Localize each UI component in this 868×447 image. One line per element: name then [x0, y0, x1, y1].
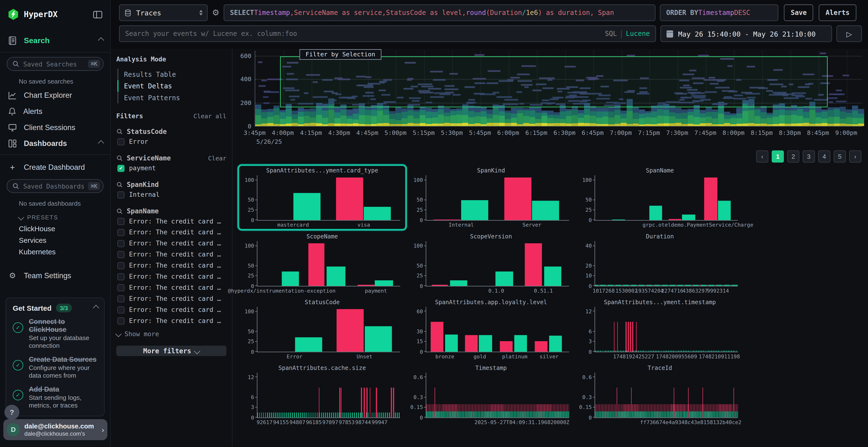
- collapse-sidebar-icon[interactable]: [93, 10, 102, 18]
- query-settings-gear-icon[interactable]: ⚙: [212, 8, 219, 18]
- analysis-mode-option[interactable]: Results Table: [116, 69, 226, 80]
- mini-chart[interactable]: SpanAttributes...yment.timestamp03612174…: [577, 298, 743, 360]
- tick-mark: [424, 417, 426, 417]
- search-input[interactable]: Search your events w/ Lucene ex. column:…: [119, 26, 656, 42]
- checkbox[interactable]: [117, 240, 125, 247]
- mini-chart[interactable]: SpanName02550100grpc.oteldemo.PaymentSer…: [577, 166, 743, 229]
- sidebar-item-chart-explorer[interactable]: Chart Explorer: [0, 90, 110, 101]
- heatmap-selection-region[interactable]: [280, 57, 828, 107]
- tick-mark: [593, 311, 595, 311]
- checkbox[interactable]: [117, 284, 125, 291]
- mini-chart[interactable]: Timestamp00.150.30.62025-05-27T04:09:31.…: [408, 363, 574, 426]
- checkbox[interactable]: [117, 217, 125, 225]
- spike: [636, 321, 637, 352]
- mini-chart[interactable]: TraceId00.150.30.6ff736674e4a9348c43e815…: [577, 363, 743, 426]
- heatmap-column: [456, 108, 462, 126]
- clear-all-button[interactable]: Clear all: [193, 112, 226, 120]
- sidebar-item-dashboards[interactable]: Dashboards: [0, 138, 110, 149]
- mini-chart[interactable]: ScopeVersion025501000.1.00.51.1: [408, 232, 574, 295]
- checkbox[interactable]: [117, 317, 125, 324]
- mini-chart[interactable]: SpanAttributes...yment.card_type02550100…: [239, 166, 405, 229]
- filter-group-clear-button[interactable]: Clear: [208, 154, 226, 162]
- events-heatmap[interactable]: Filter by Selection: [255, 51, 862, 127]
- filter-option[interactable]: Internal: [116, 190, 226, 199]
- pagination-prev-button[interactable]: ‹: [756, 150, 768, 163]
- checkbox[interactable]: [117, 262, 125, 269]
- heatmap-xtick-label: 7:15pm: [638, 129, 660, 137]
- pagination-page-button[interactable]: 4: [818, 150, 830, 163]
- mini-chart[interactable]: StatusCode02550100ErrorUnset: [239, 298, 405, 360]
- filter-option[interactable]: Error: [116, 137, 226, 146]
- sidebar-item-search[interactable]: Search: [0, 34, 110, 46]
- checkbox[interactable]: [117, 138, 125, 145]
- pagination-next-button[interactable]: ›: [849, 150, 862, 163]
- sql-orderby-input[interactable]: ORDER BY Timestamp DESC: [660, 4, 779, 21]
- alerts-button[interactable]: Alerts: [819, 4, 856, 21]
- tick-mark: [593, 199, 595, 200]
- preset-item-kubernetes[interactable]: Kubernetes: [19, 248, 110, 255]
- user-menu[interactable]: D dale@clickhouse.com dale@clickhouse.co…: [3, 419, 107, 440]
- checkbox[interactable]: [117, 191, 125, 198]
- checkbox[interactable]: [117, 306, 125, 313]
- saved-dashboards-input[interactable]: Saved Dashboards ⌘K: [7, 179, 104, 193]
- pagination-page-button[interactable]: 2: [787, 150, 800, 163]
- save-button[interactable]: Save: [784, 4, 813, 21]
- date-range-picker[interactable]: May 26 15:40:00 - May 26 21:10:00: [660, 26, 832, 42]
- tick-mark: [255, 341, 257, 342]
- presets-toggle[interactable]: PRESETS: [19, 214, 110, 221]
- filter-option[interactable]: Error: The credit card …: [116, 282, 226, 293]
- get-started-item[interactable]: ✓Connect to ClickHouseSet up your databa…: [13, 318, 97, 350]
- mini-chart[interactable]: ScopeName02550100@hyperdx/instrumentatio…: [239, 232, 405, 295]
- mini-chart[interactable]: Duration01020401017268153000219357420422…: [577, 232, 743, 295]
- heatmap-cell: [836, 90, 842, 91]
- filter-option[interactable]: Error: The credit card …: [116, 227, 226, 237]
- create-dashboard-button[interactable]: + Create Dashboard: [0, 161, 110, 172]
- mini-ytick-label: 25: [585, 207, 592, 213]
- sidebar-item-client-sessions[interactable]: Client Sessions: [0, 122, 110, 133]
- filter-option[interactable]: Error: The credit card …: [116, 316, 226, 325]
- pagination-page-button[interactable]: 1: [772, 150, 784, 163]
- filter-option[interactable]: Error: The credit card …: [116, 238, 226, 248]
- show-more-button[interactable]: Show more: [116, 330, 226, 338]
- preset-item-services[interactable]: Services: [19, 236, 110, 244]
- analysis-mode-option[interactable]: Event Patterns: [116, 92, 226, 103]
- run-query-button[interactable]: ▷: [836, 26, 862, 42]
- sidebar-item-alerts[interactable]: Alerts: [0, 106, 110, 117]
- filter-option[interactable]: Error: The credit card …: [116, 260, 226, 270]
- filter-option[interactable]: Error: The credit card …: [116, 216, 226, 226]
- lang-toggle-lucene[interactable]: Lucene: [626, 30, 650, 38]
- source-select[interactable]: Traces: [119, 4, 208, 21]
- sidebar-item-team-settings[interactable]: ⚙ Team Settings: [0, 270, 110, 281]
- help-button[interactable]: ?: [4, 405, 19, 420]
- checkbox[interactable]: [117, 273, 125, 280]
- analysis-mode-option[interactable]: Event Deltas: [116, 80, 226, 92]
- mini-ytick-label: 0: [251, 217, 254, 223]
- filter-by-selection-button[interactable]: Filter by Selection: [300, 49, 381, 60]
- mini-chart-title: ScopeName: [239, 233, 405, 240]
- checkbox[interactable]: [117, 251, 125, 258]
- get-started-item[interactable]: ✓Add DataStart sending logs, metrics, or…: [13, 385, 97, 409]
- checkbox[interactable]: ✓: [117, 165, 125, 172]
- checkbox[interactable]: [117, 229, 125, 236]
- preset-item-clickhouse[interactable]: ClickHouse: [19, 225, 110, 232]
- filter-option[interactable]: ✓payment: [116, 163, 226, 173]
- filter-option[interactable]: Error: The credit card …: [116, 294, 226, 304]
- more-filters-button[interactable]: More filters: [116, 346, 226, 356]
- pagination-page-button[interactable]: 5: [834, 150, 846, 163]
- checkbox[interactable]: [117, 295, 125, 302]
- chevron-up-icon[interactable]: [93, 305, 99, 311]
- mini-chart[interactable]: SpanKind02550100InternalServer: [408, 166, 574, 229]
- get-started-item[interactable]: ✓Create Data SourcesConfigure where your…: [13, 355, 97, 380]
- sql-token: 1e6: [526, 9, 538, 16]
- filter-option[interactable]: Error: The credit card …: [116, 305, 226, 314]
- mini-chart[interactable]: SpanAttributes.app.loyalty.level0153060b…: [408, 298, 574, 360]
- chevron-down-icon: [115, 331, 122, 337]
- lang-toggle-sql[interactable]: SQL: [605, 30, 617, 38]
- filter-option[interactable]: Error: The credit card …: [116, 249, 226, 259]
- filter-option[interactable]: Error: The credit card …: [116, 271, 226, 281]
- pagination-page-button[interactable]: 3: [803, 150, 815, 163]
- saved-searches-input[interactable]: Saved Searches ⌘K: [7, 57, 104, 71]
- sql-select-input[interactable]: SELECT Timestamp, ServiceName as service…: [224, 4, 656, 21]
- mini-chart[interactable]: SpanAttributes.cache.size036129261794155…: [239, 363, 405, 426]
- shortcut-badge: ⌘K: [88, 60, 100, 68]
